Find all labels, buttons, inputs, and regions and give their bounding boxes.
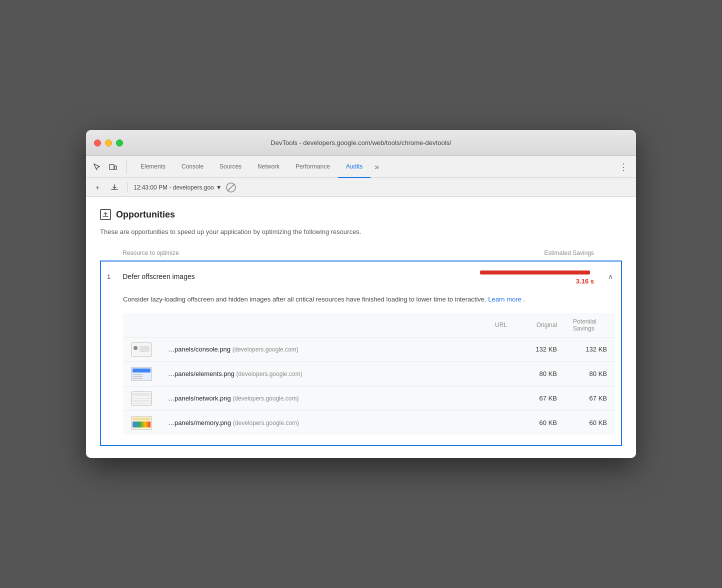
chevron-cell: ∧ (600, 261, 622, 292)
chevron-up-icon[interactable]: ∧ (606, 272, 615, 280)
tab-performance[interactable]: Performance (288, 156, 338, 178)
thumb-console-icon (131, 342, 152, 356)
tab-audits[interactable]: Audits (338, 156, 370, 178)
sub-header-thumb (123, 313, 160, 338)
audit-row[interactable]: 1 Defer offscreen images 3.16 s ∧ (100, 261, 622, 292)
potential-savings: 67 KB (565, 386, 615, 410)
main-content: Opportunities These are opportunities to… (86, 197, 636, 458)
window-title: DevTools - developers.google.com/web/too… (270, 139, 451, 146)
url-origin: (developers.google.com) (232, 346, 298, 353)
thumb-cell (123, 337, 160, 362)
sub-header-url: URL (160, 313, 515, 338)
toolbar-icons (90, 160, 126, 174)
url-text: …panels/memory.png (168, 419, 231, 426)
add-button[interactable]: + (91, 181, 104, 194)
url-display: 12:43:00 PM - developers.goo ▼ (134, 184, 222, 191)
savings-bar (480, 270, 590, 274)
svg-rect-0 (110, 164, 114, 170)
url-text: …panels/network.png (168, 394, 231, 402)
sub-table: URL Original Potential Savings …panels/c… (123, 313, 615, 435)
url-cell: …panels/elements.png (developers.google.… (160, 362, 515, 386)
original-size: 132 KB (515, 337, 565, 362)
sub-table-row: …panels/elements.png (developers.google.… (123, 362, 615, 386)
thumb-network-icon (131, 392, 152, 406)
url-cell: …panels/network.png (developers.google.c… (160, 386, 515, 410)
opportunities-icon (100, 209, 111, 220)
toolbar-divider (127, 182, 128, 192)
original-size: 67 KB (515, 386, 565, 410)
minimize-button[interactable] (105, 140, 112, 146)
thumb-memory-icon (131, 416, 152, 430)
sub-table-row: …panels/network.png (developers.google.c… (123, 386, 615, 410)
sub-table-row: URL Original Potential Savings …panels/c… (100, 311, 622, 446)
sub-table-row: …panels/memory.png (developers.google.co… (123, 410, 615, 435)
description-row: Consider lazy-loading offscreen and hidd… (100, 292, 622, 311)
devtools-toolbar: Elements Console Sources Network Perform… (86, 156, 636, 178)
thumb-cell (123, 386, 160, 410)
tab-network[interactable]: Network (250, 156, 288, 178)
row-number: 1 (100, 261, 116, 292)
url-cell: …panels/memory.png (developers.google.co… (160, 410, 515, 435)
more-tabs-button[interactable]: » (370, 156, 383, 178)
section-header: Opportunities (100, 209, 622, 220)
maximize-button[interactable] (116, 140, 123, 146)
sub-table-body: …panels/console.png (developers.google.c… (123, 337, 615, 435)
url-cell: …panels/console.png (developers.google.c… (160, 337, 515, 362)
potential-savings: 132 KB (565, 337, 615, 362)
sub-header-savings: Potential Savings (565, 313, 615, 338)
sub-table-wrapper: URL Original Potential Savings …panels/c… (123, 313, 615, 435)
block-icon[interactable] (226, 182, 236, 192)
tab-console[interactable]: Console (174, 156, 212, 178)
tab-elements[interactable]: Elements (132, 156, 174, 178)
original-size: 80 KB (515, 362, 565, 386)
traffic-lights (94, 140, 123, 146)
title-bar: DevTools - developers.google.com/web/too… (86, 130, 636, 156)
browser-window: DevTools - developers.google.com/web/too… (86, 130, 636, 458)
devtools-tabs: Elements Console Sources Network Perform… (132, 156, 615, 178)
savings-bar-cell: 3.16 s (460, 261, 600, 292)
learn-more-link[interactable]: Learn more (488, 296, 523, 303)
header-resource: Resource to optimize (116, 246, 460, 261)
device-toggle-icon[interactable] (106, 160, 120, 174)
sub-table-row: …panels/console.png (developers.google.c… (123, 337, 615, 362)
thumb-elements-icon (131, 367, 152, 381)
sub-table-cell: URL Original Potential Savings …panels/c… (100, 311, 622, 446)
url-text: …panels/elements.png (168, 370, 234, 378)
opportunities-table: Resource to optimize Estimated Savings 1… (100, 246, 622, 446)
header-savings: Estimated Savings (460, 246, 600, 261)
url-origin: (developers.google.com) (232, 395, 298, 402)
section-title: Opportunities (116, 210, 175, 220)
url-text: …panels/console.png (168, 346, 230, 353)
url-origin: (developers.google.com) (236, 370, 302, 378)
section-description: These are opportunities to speed up your… (100, 228, 622, 236)
inspect-icon[interactable] (90, 160, 104, 174)
second-toolbar: + 12:43:00 PM - developers.goo ▼ (86, 178, 636, 197)
download-button[interactable] (108, 181, 121, 194)
description-cell: Consider lazy-loading offscreen and hidd… (100, 292, 622, 311)
potential-savings: 80 KB (565, 362, 615, 386)
potential-savings: 60 KB (565, 410, 615, 435)
table-header: Resource to optimize Estimated Savings (100, 246, 622, 261)
header-number (100, 246, 116, 261)
url-origin: (developers.google.com) (233, 420, 299, 426)
close-button[interactable] (94, 140, 101, 146)
thumb-cell (123, 362, 160, 386)
row-label: Defer offscreen images (116, 261, 460, 292)
header-chevron (600, 246, 622, 261)
svg-rect-1 (114, 166, 116, 170)
settings-button[interactable]: ⋮ (615, 162, 632, 172)
sub-table-header: URL Original Potential Savings (123, 313, 615, 338)
original-size: 60 KB (515, 410, 565, 435)
url-dropdown[interactable]: 12:43:00 PM - developers.goo ▼ (134, 184, 222, 191)
thumb-cell (123, 410, 160, 435)
savings-value: 3.16 s (576, 278, 594, 285)
sub-header-original: Original (515, 313, 565, 338)
tab-sources[interactable]: Sources (212, 156, 250, 178)
